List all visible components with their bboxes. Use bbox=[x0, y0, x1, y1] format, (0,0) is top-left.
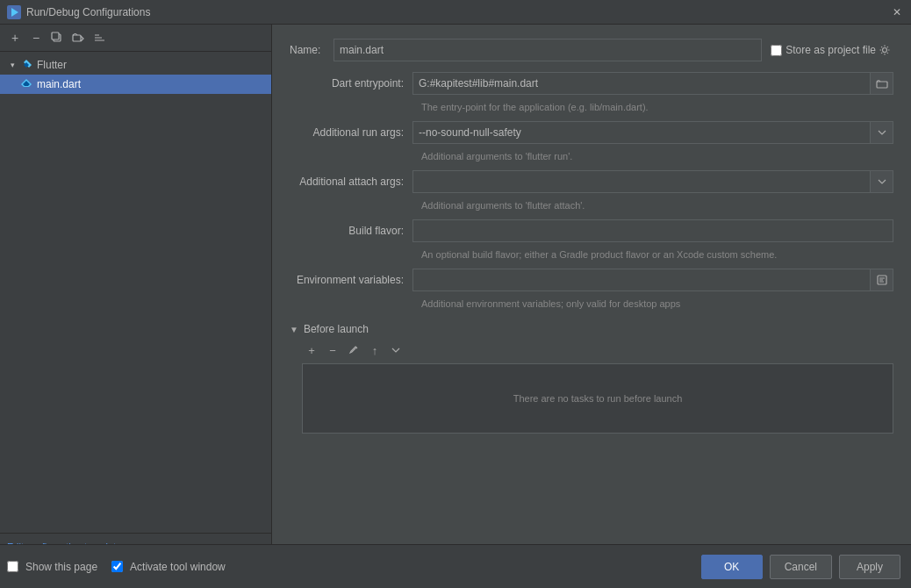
dart-entrypoint-row: Dart entrypoint: bbox=[290, 72, 893, 95]
env-vars-input[interactable] bbox=[412, 269, 871, 291]
launch-add-button[interactable]: + bbox=[302, 341, 321, 360]
launch-remove-button[interactable]: − bbox=[323, 341, 342, 360]
svg-point-9 bbox=[883, 48, 887, 53]
main-container: + − ▾ bbox=[0, 25, 911, 588]
dart-entrypoint-hint: The entry-point for the application (e.g… bbox=[421, 102, 893, 112]
launch-down-button[interactable] bbox=[386, 341, 405, 360]
flutter-group-icon bbox=[19, 58, 33, 72]
main-dart-label: main.dart bbox=[37, 78, 81, 90]
left-panel: + − ▾ bbox=[0, 25, 272, 588]
edit-icon bbox=[348, 345, 359, 355]
additional-run-args-label: Additional run args: bbox=[290, 126, 412, 139]
dart-entrypoint-field bbox=[412, 72, 893, 95]
flutter-group-arrow: ▾ bbox=[7, 60, 18, 70]
apply-button[interactable]: Apply bbox=[839, 555, 900, 579]
store-label: Store as project file bbox=[785, 44, 876, 56]
ok-button[interactable]: OK bbox=[701, 555, 763, 579]
env-vars-field bbox=[412, 269, 893, 291]
dart-entrypoint-input[interactable] bbox=[412, 72, 871, 95]
additional-run-args-input[interactable] bbox=[412, 121, 871, 144]
dart-file-icon bbox=[19, 77, 33, 91]
remove-config-button[interactable]: − bbox=[26, 28, 46, 47]
dart-entrypoint-label: Dart entrypoint: bbox=[290, 77, 412, 90]
additional-run-args-hint: Additional arguments to 'flutter run'. bbox=[421, 151, 893, 161]
env-vars-icon bbox=[876, 274, 888, 286]
sort-config-button[interactable] bbox=[90, 28, 109, 47]
store-gear-button[interactable] bbox=[876, 41, 893, 59]
additional-attach-args-field bbox=[412, 170, 893, 193]
launch-list-empty-text: There are no tasks to run before launch bbox=[513, 393, 683, 404]
close-button[interactable]: ✕ bbox=[890, 5, 904, 19]
add-config-button[interactable]: + bbox=[5, 28, 25, 47]
activate-tool-window-checkbox[interactable] bbox=[111, 561, 123, 572]
bottom-right: OK Cancel Apply bbox=[701, 555, 900, 579]
move-config-button[interactable] bbox=[68, 28, 88, 47]
title-bar: Run/Debug Configurations ✕ bbox=[0, 0, 911, 25]
run-debug-icon bbox=[7, 5, 21, 19]
svg-rect-10 bbox=[877, 82, 887, 88]
down-arrow-icon bbox=[391, 345, 401, 355]
config-tree: ▾ Flutter main.dart bbox=[0, 52, 271, 533]
show-page-row: Show this page bbox=[7, 561, 97, 573]
tree-flutter-group[interactable]: ▾ Flutter bbox=[0, 55, 271, 75]
dialog-title: Run/Debug Configurations bbox=[26, 6, 890, 18]
bottom-left: Show this page Activate tool window bbox=[7, 561, 226, 573]
bottom-bar: Show this page Activate tool window OK C… bbox=[0, 544, 911, 588]
additional-attach-args-row: Additional attach args: bbox=[290, 170, 893, 193]
env-vars-hint: Additional environment variables; only v… bbox=[421, 298, 893, 309]
activate-tool-window-label: Activate tool window bbox=[130, 561, 226, 573]
expand-icon bbox=[877, 127, 887, 138]
cancel-button[interactable]: Cancel bbox=[770, 555, 832, 579]
svg-rect-3 bbox=[52, 32, 59, 39]
launch-toolbar: + − ↑ bbox=[290, 341, 893, 360]
additional-attach-args-expand-button[interactable] bbox=[871, 170, 893, 193]
env-vars-row: Environment variables: bbox=[290, 269, 893, 291]
additional-run-args-row: Additional run args: bbox=[290, 121, 893, 144]
show-page-label: Show this page bbox=[25, 561, 97, 573]
name-row: Name: Store as project file bbox=[290, 39, 893, 61]
before-launch-collapse-icon: ▼ bbox=[290, 325, 298, 334]
name-label: Name: bbox=[290, 44, 334, 56]
config-toolbar: + − bbox=[0, 25, 271, 52]
additional-run-args-field bbox=[412, 121, 893, 144]
additional-run-args-expand-button[interactable] bbox=[871, 121, 893, 144]
folder-icon bbox=[876, 78, 888, 89]
right-panel: Name: Store as project file Dart entrypo… bbox=[272, 25, 911, 588]
build-flavor-field bbox=[412, 219, 893, 242]
additional-attach-args-label: Additional attach args: bbox=[290, 176, 412, 188]
copy-config-button[interactable] bbox=[47, 28, 67, 47]
tree-main-dart[interactable]: main.dart bbox=[0, 75, 271, 94]
flutter-group-label: Flutter bbox=[37, 59, 67, 71]
svg-rect-4 bbox=[73, 35, 81, 41]
before-launch-header[interactable]: ▼ Before launch bbox=[290, 323, 893, 335]
copy-icon bbox=[51, 32, 63, 44]
sort-icon bbox=[93, 32, 105, 44]
flutter-icon bbox=[20, 59, 32, 71]
additional-attach-args-input[interactable] bbox=[412, 170, 871, 193]
store-project-file-checkbox[interactable] bbox=[771, 45, 782, 56]
launch-up-button[interactable]: ↑ bbox=[365, 341, 384, 360]
name-input[interactable] bbox=[334, 39, 762, 61]
activate-tool-window-row: Activate tool window bbox=[111, 561, 226, 573]
build-flavor-row: Build flavor: bbox=[290, 219, 893, 242]
expand-icon-2 bbox=[877, 176, 887, 187]
env-vars-edit-button[interactable] bbox=[871, 269, 893, 291]
folder-move-icon bbox=[72, 32, 84, 44]
additional-attach-args-hint: Additional arguments to 'flutter attach'… bbox=[421, 200, 893, 211]
store-checkbox-area: Store as project file bbox=[771, 41, 893, 59]
launch-edit-button[interactable] bbox=[344, 341, 363, 360]
build-flavor-hint: An optional build flavor; either a Gradl… bbox=[421, 249, 893, 260]
gear-icon bbox=[879, 44, 891, 56]
before-launch-title: Before launch bbox=[304, 323, 369, 335]
launch-list: There are no tasks to run before launch bbox=[302, 363, 893, 434]
main-dart-spacer bbox=[7, 79, 18, 90]
env-vars-label: Environment variables: bbox=[290, 274, 412, 286]
dart-entrypoint-browse-button[interactable] bbox=[871, 72, 893, 95]
before-launch-section: ▼ Before launch + − ↑ bbox=[290, 323, 893, 434]
dart-icon-svg bbox=[20, 78, 32, 90]
show-page-checkbox[interactable] bbox=[7, 561, 18, 572]
build-flavor-label: Build flavor: bbox=[290, 225, 412, 237]
build-flavor-input[interactable] bbox=[412, 219, 893, 242]
